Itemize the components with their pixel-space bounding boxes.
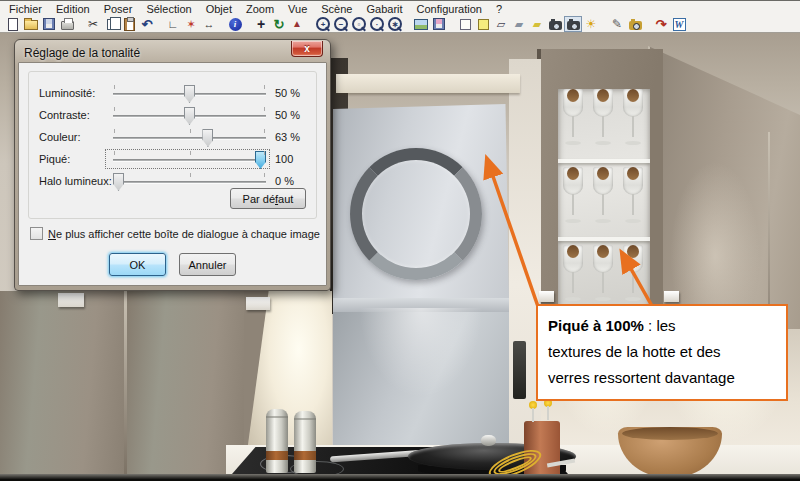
zoom-in-icon[interactable] [314,16,332,32]
zoom-previous-icon[interactable] [368,16,386,32]
camera-icon[interactable] [626,16,644,32]
toolbar: ▱ ▰ ▰ [0,16,800,33]
perspective-icon[interactable] [288,16,306,32]
place-object-icon[interactable] [182,16,200,32]
show-image-icon[interactable] [412,16,430,32]
couleur-value: 63 % [272,131,308,143]
couleur-slider[interactable] [113,127,266,147]
luminosite-label: Luminosité: [39,87,113,99]
zoom-window-icon[interactable] [350,16,368,32]
print-icon[interactable] [58,16,76,32]
dont-show-row: Ne plus afficher cette boîte de dialogue… [30,227,320,240]
copy-icon[interactable] [102,16,120,32]
arrow-to-hood [487,159,543,321]
tools-icon[interactable] [608,16,626,32]
move-icon[interactable] [252,16,270,32]
menu-zoom[interactable]: Zoom [239,3,281,15]
menu-scene[interactable]: Scène [314,3,359,15]
save-icon[interactable] [40,16,58,32]
menu-configuration[interactable]: Configuration [410,3,489,15]
tonality-dialog: Réglage de la tonalité x Luminosité: 50 … [14,39,331,291]
pique-value: 100 [272,153,308,165]
contraste-slider[interactable] [113,105,266,125]
menu-help[interactable]: ? [489,3,509,15]
info-icon[interactable] [226,16,244,32]
couleur-thumb[interactable] [202,129,213,147]
ok-button[interactable]: OK [109,253,166,276]
annotation-callout: Piqué à 100% : les textures de la hotte … [536,304,788,401]
menu-vue[interactable]: Vue [281,3,314,15]
hidden-faces-view-icon[interactable]: ▰ [510,16,528,32]
luminosite-value: 50 % [272,87,308,99]
menu-edition[interactable]: Edition [49,3,97,15]
new-document-icon[interactable] [4,16,22,32]
slider-row-couleur: Couleur: 63 % [39,126,308,148]
annotation-bold-text: Piqué à 100% [548,317,644,334]
plan-view-icon[interactable] [456,16,474,32]
slider-row-luminosite: Luminosité: 50 % [39,82,308,104]
textured-view-icon[interactable]: ▰ [528,16,546,32]
dont-show-checkbox[interactable] [30,227,43,240]
checkbox-label: Ne plus afficher cette boîte de dialogue… [48,228,320,240]
dialog-title: Réglage de la tonalité [18,46,140,60]
halo-label: Halo lumineux: [39,175,113,187]
cut-icon[interactable] [84,16,102,32]
wireframe-view-icon[interactable]: ▱ [492,16,510,32]
cancel-button[interactable]: Annuler [179,253,236,276]
luminosite-thumb[interactable] [184,85,195,103]
close-icon[interactable]: x [291,41,323,57]
pique-label: Piqué: [39,153,113,165]
luminosite-slider[interactable] [113,83,266,103]
undo-icon[interactable] [138,16,156,32]
contraste-value: 50 % [272,109,308,121]
couleur-label: Couleur: [39,131,113,143]
color-plan-view-icon[interactable] [474,16,492,32]
menu-poser[interactable]: Poser [97,3,140,15]
menu-gabarit[interactable]: Gabarit [359,3,409,15]
menu-fichier[interactable]: Fichier [2,3,49,15]
menu-selection[interactable]: Sélection [139,3,198,15]
draw-wall-icon[interactable] [164,16,182,32]
slider-row-contraste: Contraste: 50 % [39,104,308,126]
zoom-out-icon[interactable] [332,16,350,32]
rotate-icon[interactable] [270,16,288,32]
halo-value: 0 % [272,175,308,187]
application-window: Fichier Edition Poser Sélection Objet Zo… [0,0,800,481]
contraste-thumb[interactable] [184,107,195,125]
photo-view-icon[interactable] [546,16,564,32]
zoom-all-icon[interactable] [386,16,404,32]
walkthrough-path-icon[interactable] [652,16,670,32]
menu-bar: Fichier Edition Poser Sélection Objet Zo… [0,1,800,16]
dialog-client-area: Luminosité: 50 % Contraste: 50 % Couleur… [18,62,327,286]
measure-icon[interactable] [200,16,218,32]
contraste-label: Contraste: [39,109,113,121]
paste-icon[interactable] [120,16,138,32]
pique-slider[interactable] [113,149,266,169]
save-image-icon[interactable] [430,16,448,32]
dialog-buttons: OK Annuler [19,253,326,276]
open-project-icon[interactable] [22,16,40,32]
halo-thumb[interactable] [113,173,124,191]
slider-row-pique: Piqué: 100 [39,148,308,170]
export-word-icon[interactable] [670,16,688,32]
sliders-group: Luminosité: 50 % Contraste: 50 % Couleur… [28,71,317,219]
photo-realistic-view-icon[interactable] [564,16,582,32]
dialog-titlebar[interactable]: Réglage de la tonalité x [18,43,327,62]
arrow-to-glasses [622,253,652,306]
lighting-icon[interactable] [582,16,600,32]
menu-objet[interactable]: Objet [199,3,239,15]
par-defaut-button[interactable]: Par défaut [230,188,306,209]
